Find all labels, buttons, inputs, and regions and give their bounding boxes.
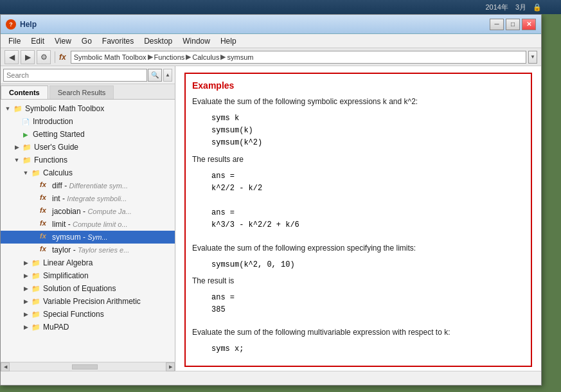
main-area: 🔍 ▲ Contents Search Results ▼ 📁 Symbolic… xyxy=(1,66,541,371)
address-part-symsum: symsum xyxy=(227,53,253,61)
menu-desktop[interactable]: Desktop xyxy=(139,35,177,47)
tree-item-introduction[interactable]: 📄 Introduction xyxy=(1,115,175,128)
window-title: Help xyxy=(20,20,490,29)
tree-item-calculus[interactable]: ▼ 📁 Calculus xyxy=(1,166,175,179)
settings-button[interactable]: ⚙ xyxy=(37,50,51,64)
search-scroll-up[interactable]: ▲ xyxy=(163,69,172,82)
statusbar xyxy=(1,371,541,382)
tree-item-functions[interactable]: ▼ 📁 Functions xyxy=(1,154,175,166)
tree-item-variable-precision[interactable]: ▶ 📁 Variable Precision Arithmetic xyxy=(1,295,175,308)
tree-item-linear-algebra[interactable]: ▶ 📁 Linear Algebra xyxy=(1,256,175,269)
tree-item-symsum[interactable]: fx symsum - Sym... xyxy=(1,231,175,244)
tree-root[interactable]: ▼ 📁 Symbolic Math Toolbox xyxy=(1,102,175,115)
jac-expander xyxy=(31,207,39,216)
examples-title: Examples xyxy=(192,80,524,91)
tree-item-solution-equations[interactable]: ▶ 📁 Solution of Equations xyxy=(1,282,175,295)
address-arrow-1: ▶ xyxy=(148,53,153,61)
paragraph-4: The result is xyxy=(192,275,524,287)
ug-icon: 📁 xyxy=(22,142,32,152)
menu-edit[interactable]: Edit xyxy=(26,35,49,47)
taskbar-datetime: 2014年 3月 xyxy=(485,3,526,12)
tree-label-diff: diff - Differentiate sym... xyxy=(52,181,128,190)
address-part-calculus: Calculus xyxy=(192,53,219,61)
tree-label-functions: Functions xyxy=(34,156,67,165)
tree-label-mupad: MuPAD xyxy=(43,323,69,332)
address-bar[interactable]: Symbolic Math Toolbox ▶ Functions ▶ Calc… xyxy=(71,51,526,64)
close-button[interactable]: ✕ xyxy=(522,19,536,30)
menu-window[interactable]: Window xyxy=(177,35,215,47)
tree-item-simplification[interactable]: ▶ 📁 Simplification xyxy=(1,269,175,282)
scroll-left-button[interactable]: ◀ xyxy=(1,362,10,371)
tab-contents[interactable]: Contents xyxy=(1,85,48,99)
tree-item-mupad[interactable]: ▶ 📁 MuPAD xyxy=(1,321,175,334)
limit-fx-icon: fx xyxy=(40,219,50,229)
symsum-fx-icon: fx xyxy=(40,232,50,242)
address-part-functions: Functions xyxy=(154,53,185,61)
tree-label-jacobian: jacobian - Compute Ja... xyxy=(52,207,132,216)
scroll-thumb xyxy=(72,364,98,370)
tree-label-solution-equations: Solution of Equations xyxy=(43,284,116,293)
tree-item-users-guide[interactable]: ▶ 📁 User's Guide xyxy=(1,141,175,154)
content-area[interactable]: Examples Evaluate the sum of the followi… xyxy=(175,66,541,371)
menubar: File Edit View Go Favorites Desktop Wind… xyxy=(1,34,541,48)
back-button[interactable]: ◀ xyxy=(4,50,19,64)
tree-item-limit[interactable]: fx limit - Compute limit o... xyxy=(1,218,175,231)
paragraph-1: Evaluate the sum of the following symbol… xyxy=(192,96,524,107)
mupad-icon: 📁 xyxy=(31,322,41,332)
tree-item-diff[interactable]: fx diff - Differentiate sym... xyxy=(1,179,175,192)
paragraph-2: The results are xyxy=(192,154,524,165)
fn-expander: ▼ xyxy=(12,156,21,165)
menu-view[interactable]: View xyxy=(49,35,76,47)
taskbar-top: 2014年 3月 🔒 xyxy=(0,0,561,14)
tree-label-calculus: Calculus xyxy=(43,168,73,177)
tree-label-special-functions: Special Functions xyxy=(43,310,104,319)
diff-fx-icon: fx xyxy=(40,181,50,191)
simp-icon: 📁 xyxy=(31,271,41,281)
address-dropdown[interactable]: ▼ xyxy=(528,51,537,64)
code-block-5: syms x; xyxy=(211,343,524,355)
tab-search-results[interactable]: Search Results xyxy=(49,85,114,99)
maximize-button[interactable]: □ xyxy=(506,19,520,30)
sol-icon: 📁 xyxy=(31,283,41,294)
address-part-toolbox: Symbolic Math Toolbox xyxy=(74,53,147,61)
limit-expander xyxy=(31,220,39,229)
tree-root-label: Symbolic Math Toolbox xyxy=(25,104,104,113)
tree-label-getting-started: Getting Started xyxy=(33,130,85,139)
forward-button[interactable]: ▶ xyxy=(21,50,35,64)
address-arrow-2: ▶ xyxy=(186,53,191,61)
minimize-button[interactable]: ─ xyxy=(490,19,504,30)
intro-icon: 📄 xyxy=(21,116,31,127)
lock-icon: 🔒 xyxy=(533,3,542,12)
symsum-expander xyxy=(31,233,39,242)
code-block-3: symsum(k^2, 0, 10) xyxy=(211,259,524,271)
mupad-expander: ▶ xyxy=(21,323,30,332)
scroll-right-button[interactable]: ▶ xyxy=(166,362,175,371)
int-fx-icon: fx xyxy=(40,193,50,204)
tree-item-getting-started[interactable]: ▶ Getting Started xyxy=(1,128,175,141)
scroll-track[interactable] xyxy=(10,364,166,370)
menu-help[interactable]: Help xyxy=(215,35,242,47)
tree-label-linear-algebra: Linear Algebra xyxy=(43,258,93,267)
fn-icon: 📁 xyxy=(22,155,32,165)
right-panel: Examples Evaluate the sum of the followi… xyxy=(175,66,541,371)
tree-item-taylor[interactable]: fx taylor - Taylor series e... xyxy=(1,244,175,256)
vp-icon: 📁 xyxy=(31,296,41,307)
search-button[interactable]: 🔍 xyxy=(148,69,162,82)
tree-label-variable-precision: Variable Precision Arithmetic xyxy=(43,297,141,306)
tree-label-simplification: Simplification xyxy=(43,271,89,280)
menu-go[interactable]: Go xyxy=(76,35,97,47)
tree-item-special-functions[interactable]: ▶ 📁 Special Functions xyxy=(1,308,175,321)
menu-file[interactable]: File xyxy=(3,35,26,47)
root-expander: ▼ xyxy=(3,104,12,113)
left-panel: 🔍 ▲ Contents Search Results ▼ 📁 Symbolic… xyxy=(1,66,175,371)
la-icon: 📁 xyxy=(31,258,41,268)
tree-item-jacobian[interactable]: fx jacobian - Compute Ja... xyxy=(1,205,175,218)
taylor-expander xyxy=(31,245,39,254)
tree-label-taylor: taylor - Taylor series e... xyxy=(52,245,129,254)
tree-item-int[interactable]: fx int - Integrate symboli... xyxy=(1,192,175,205)
search-input[interactable] xyxy=(3,69,147,82)
search-bar: 🔍 ▲ xyxy=(1,66,175,84)
toolbar: ◀ ▶ ⚙ fx Symbolic Math Toolbox ▶ Functio… xyxy=(1,48,541,66)
menu-favorites[interactable]: Favorites xyxy=(97,35,139,47)
address-arrow-3: ▶ xyxy=(220,53,226,61)
